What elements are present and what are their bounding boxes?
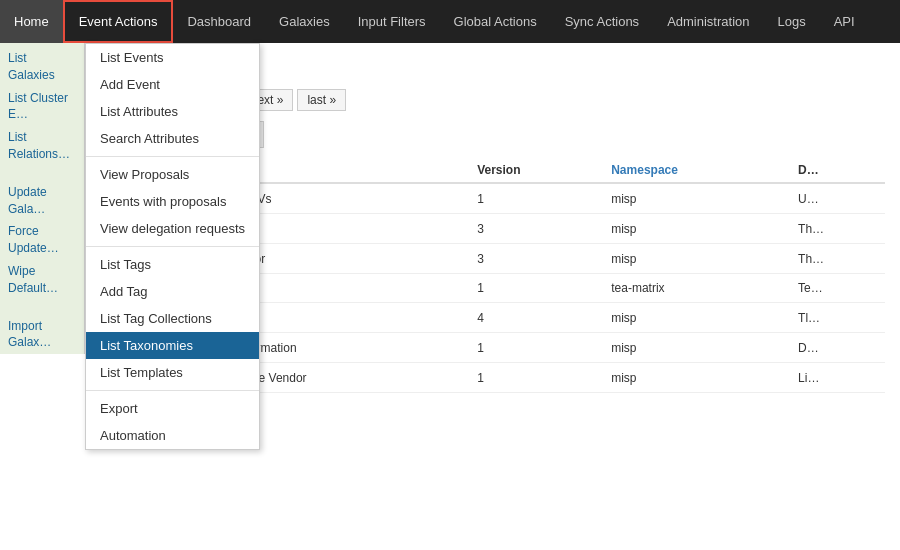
col-desc: D… (790, 158, 885, 183)
nav-dashboard[interactable]: Dashboard (173, 0, 265, 43)
sidebar-wipe-default[interactable]: Wipe Default… (0, 260, 84, 300)
last-page-btn[interactable]: last » (297, 89, 346, 111)
menu-automation[interactable]: Automation (86, 422, 259, 449)
row-namespace: misp (603, 214, 790, 244)
row-namespace: misp (603, 183, 790, 214)
navbar: Home Event Actions Dashboard Galaxies In… (0, 0, 900, 43)
row-namespace: tea-matrix (603, 274, 790, 303)
row-namespace: misp (603, 244, 790, 274)
sidebar-list-clusters[interactable]: List Cluster E… (0, 87, 84, 127)
menu-list-tags[interactable]: List Tags (86, 251, 259, 278)
sidebar: List Galaxies List Cluster E… List Relat… (0, 43, 85, 354)
menu-view-proposals[interactable]: View Proposals (86, 161, 259, 188)
nav-administration[interactable]: Administration (653, 0, 763, 43)
sidebar-list-relations[interactable]: List Relations… (0, 126, 84, 166)
row-desc: Te… (790, 274, 885, 303)
menu-list-events[interactable]: List Events (86, 44, 259, 71)
nav-sync-actions[interactable]: Sync Actions (551, 0, 653, 43)
nav-home[interactable]: Home (0, 0, 63, 43)
divider-3 (86, 390, 259, 391)
menu-list-templates[interactable]: List Templates (86, 359, 259, 386)
row-version: 1 (469, 183, 603, 214)
event-actions-dropdown: List Events Add Event List Attributes Se… (85, 43, 260, 450)
nav-event-actions[interactable]: Event Actions (63, 0, 174, 43)
divider-2 (86, 246, 259, 247)
row-desc: Tl… (790, 303, 885, 333)
row-version: 3 (469, 244, 603, 274)
menu-search-attributes[interactable]: Search Attributes (86, 125, 259, 152)
nav-input-filters[interactable]: Input Filters (344, 0, 440, 43)
row-namespace: misp (603, 303, 790, 333)
menu-add-tag[interactable]: Add Tag (86, 278, 259, 305)
row-desc: Li… (790, 363, 885, 393)
divider-1 (86, 156, 259, 157)
nav-global-actions[interactable]: Global Actions (440, 0, 551, 43)
row-version: 1 (469, 274, 603, 303)
menu-list-attributes[interactable]: List Attributes (86, 98, 259, 125)
col-namespace[interactable]: Namespace (603, 158, 790, 183)
row-desc: Th… (790, 244, 885, 274)
menu-add-event[interactable]: Add Event (86, 71, 259, 98)
row-version: 1 (469, 363, 603, 393)
row-version: 4 (469, 303, 603, 333)
row-version: 3 (469, 214, 603, 244)
sidebar-force-update[interactable]: Force Update… (0, 220, 84, 260)
menu-list-tag-collections[interactable]: List Tag Collections (86, 305, 259, 332)
nav-galaxies[interactable]: Galaxies (265, 0, 344, 43)
sidebar-list-galaxies[interactable]: List Galaxies (0, 47, 84, 87)
menu-view-delegation[interactable]: View delegation requests (86, 215, 259, 242)
menu-events-with-proposals[interactable]: Events with proposals (86, 188, 259, 215)
row-version: 1 (469, 333, 603, 363)
nav-logs[interactable]: Logs (764, 0, 820, 43)
nav-api[interactable]: API (820, 0, 869, 43)
row-desc: D… (790, 333, 885, 363)
row-namespace: misp (603, 363, 790, 393)
sidebar-update-galaxies[interactable]: Update Gala… (0, 181, 84, 221)
sidebar-dropdown-container: List Galaxies List Cluster E… List Relat… (0, 43, 85, 550)
row-desc: U… (790, 183, 885, 214)
page-body: List Galaxies List Cluster E… List Relat… (0, 43, 900, 550)
row-desc: Th… (790, 214, 885, 244)
row-namespace: misp (603, 333, 790, 363)
menu-export[interactable]: Export (86, 395, 259, 422)
col-version: Version (469, 158, 603, 183)
menu-list-taxonomies[interactable]: List Taxonomies (86, 332, 259, 359)
sidebar-import-galaxies[interactable]: Import Galax… (0, 315, 84, 355)
